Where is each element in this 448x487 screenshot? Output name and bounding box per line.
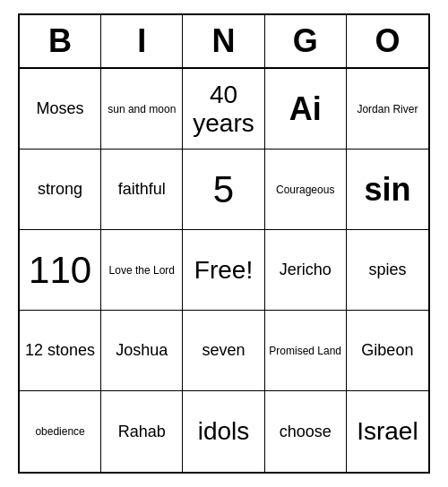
cell-text: obedience	[35, 425, 84, 438]
cell-text: sun and moon	[108, 103, 176, 115]
cell-text: Free!	[194, 256, 253, 285]
cell-text: 12 stones	[25, 341, 95, 360]
cell-text: Gibeon	[361, 341, 413, 360]
cell-3-3: Promised Land	[265, 311, 347, 391]
cell-text: faithful	[118, 180, 166, 199]
bingo-header: BINGO	[20, 15, 428, 69]
cell-text: Promised Land	[269, 345, 341, 357]
cell-text: Joshua	[116, 341, 168, 360]
cell-1-2: 5	[183, 150, 264, 230]
cell-1-3: Courageous	[265, 150, 347, 230]
cell-text: Love the Lord	[109, 264, 175, 277]
cell-1-4: sin	[347, 150, 428, 230]
header-letter: N	[183, 15, 264, 67]
cell-3-1: Joshua	[101, 311, 183, 391]
cell-0-0: Moses	[20, 69, 101, 150]
cell-1-0: strong	[20, 150, 101, 230]
header-letter: B	[20, 15, 101, 67]
cell-text: Courageous	[276, 184, 334, 196]
cell-text: 40 years	[186, 81, 260, 138]
cell-0-1: sun and moon	[101, 69, 183, 150]
cell-text: Moses	[37, 99, 84, 118]
header-letter: G	[265, 15, 347, 67]
cell-2-3: Jericho	[265, 230, 347, 311]
cell-4-4: Israel	[347, 391, 428, 472]
cell-4-2: idols	[183, 391, 264, 472]
cell-2-0: 110	[20, 230, 101, 311]
cell-3-4: Gibeon	[347, 311, 428, 391]
cell-3-0: 12 stones	[20, 311, 101, 391]
cell-text: choose	[280, 423, 332, 441]
cell-text: spies	[368, 261, 406, 279]
cell-text: Rahab	[118, 423, 166, 441]
cell-text: Ai	[289, 90, 322, 128]
cell-0-2: 40 years	[183, 69, 264, 150]
cell-4-1: Rahab	[101, 391, 183, 472]
cell-2-1: Love the Lord	[101, 230, 183, 311]
cell-text: Jericho	[280, 261, 332, 279]
bingo-card: BINGO Mosessun and moon40 yearsAiJordan …	[18, 13, 430, 474]
cell-0-4: Jordan River	[347, 69, 428, 150]
cell-text: 110	[29, 249, 91, 292]
cell-0-3: Ai	[265, 69, 347, 150]
cell-text: Israel	[357, 417, 418, 446]
cell-text: seven	[202, 341, 245, 360]
cell-text: sin	[364, 171, 410, 209]
cell-1-1: faithful	[101, 150, 183, 230]
bingo-grid: Mosessun and moon40 yearsAiJordan Rivers…	[20, 69, 428, 472]
cell-3-2: seven	[183, 311, 264, 391]
cell-2-4: spies	[347, 230, 428, 311]
cell-text: strong	[38, 180, 82, 199]
header-letter: I	[101, 15, 183, 67]
cell-4-3: choose	[265, 391, 347, 472]
header-letter: O	[347, 15, 428, 67]
cell-text: idols	[198, 417, 250, 446]
cell-2-2: Free!	[183, 230, 264, 311]
cell-4-0: obedience	[20, 391, 101, 472]
cell-text: Jordan River	[357, 103, 418, 115]
cell-text: 5	[213, 168, 234, 211]
